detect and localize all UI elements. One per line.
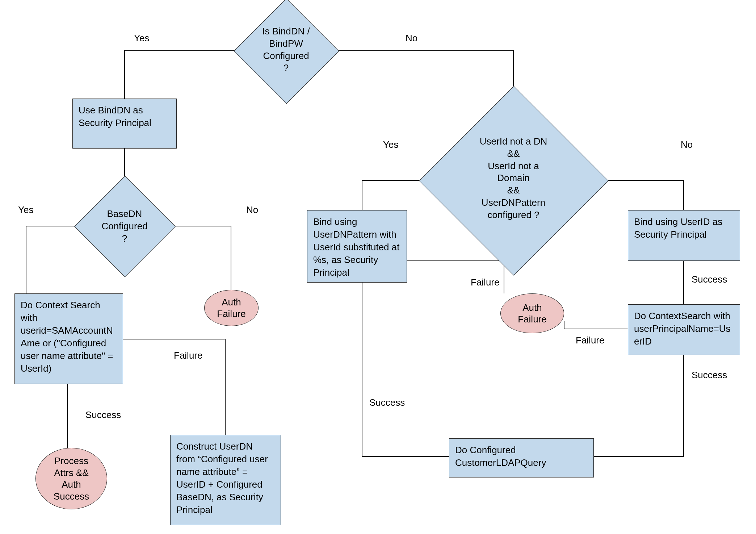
process-customer-ldap-query: Do Configured CustomerLDAPQuery xyxy=(449,438,594,477)
terminal-auth-failure-1: Auth Failure xyxy=(204,290,259,326)
flowchart-canvas: Is BindDN / BindPW Configured ? Use Bind… xyxy=(7,7,756,534)
process-text: Do Context Search with userid=SAMAccount… xyxy=(21,300,113,374)
process-construct-userdn: Construct UserDN from “Configured user n… xyxy=(170,435,281,525)
edge-label-success: Success xyxy=(369,397,405,408)
edge-label-yes: Yes xyxy=(134,33,149,44)
edge-label-failure: Failure xyxy=(576,335,604,346)
edge-label-success: Success xyxy=(692,274,727,285)
process-context-search: Do Context Search with userid=SAMAccount… xyxy=(14,293,123,384)
decision-text: UserId not a DN && UserId not a Domain &… xyxy=(459,135,568,221)
edge-label-no: No xyxy=(681,139,693,150)
edge-label-failure: Failure xyxy=(471,277,499,288)
process-bind-userdnpattern: Bind using UserDNPattern with UserId sub… xyxy=(307,210,407,283)
decision-text: Is BindDN / BindPW Configured ? xyxy=(244,25,328,74)
process-text: Bind using UserID as Security Principal xyxy=(634,216,722,240)
edge-label-yes: Yes xyxy=(18,204,33,216)
terminal-auth-failure-2: Auth Failure xyxy=(500,293,564,333)
terminal-text: Auth Failure xyxy=(217,296,245,320)
terminal-text: Process Attrs && Auth Success xyxy=(54,455,89,502)
process-text: Do Configured CustomerLDAPQuery xyxy=(455,445,546,468)
terminal-text: Auth Failure xyxy=(518,302,546,325)
process-bind-userid: Bind using UserID as Security Principal xyxy=(628,210,740,261)
process-text: Construct UserDN from “Configured user n… xyxy=(176,441,268,515)
process-text: Do ContextSearch with userPrincipalName=… xyxy=(634,310,731,347)
edge-label-no: No xyxy=(406,33,417,44)
process-use-binddn: Use BindDN as Security Principal xyxy=(72,99,177,149)
decision-text: BaseDN Configured ? xyxy=(88,208,161,245)
terminal-auth-success: Process Attrs && Auth Success xyxy=(35,448,107,509)
edge-label-success: Success xyxy=(85,409,121,421)
process-text: Use BindDN as Security Principal xyxy=(79,105,151,128)
process-text: Bind using UserDNPattern with UserId sub… xyxy=(313,216,399,278)
edge-label-success: Success xyxy=(692,370,727,381)
edge-label-no: No xyxy=(246,204,258,216)
edge-label-failure: Failure xyxy=(174,350,202,361)
edge-label-yes: Yes xyxy=(383,139,398,150)
process-context-search-upn: Do ContextSearch with userPrincipalName=… xyxy=(628,304,740,355)
